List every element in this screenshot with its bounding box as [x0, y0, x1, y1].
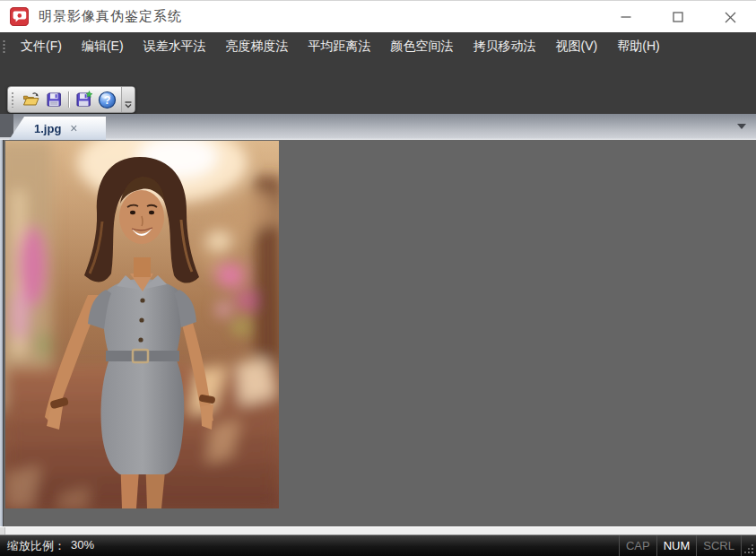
tabstrip-left-corner: [0, 114, 13, 137]
toolbar-grip[interactable]: [11, 91, 17, 108]
keyboard-indicators: CAP NUM SCRL: [619, 535, 756, 556]
save-as-button[interactable]: [72, 88, 95, 111]
tab-label: 1.jpg: [34, 122, 61, 135]
menu-item-file[interactable]: 文件(F): [11, 35, 72, 58]
resize-grip-icon: [743, 543, 754, 554]
window-controls: [600, 1, 756, 33]
photo-illustration: [5, 141, 279, 508]
toolbar-overflow-button[interactable]: [121, 87, 135, 112]
menu-item-ela[interactable]: 误差水平法: [134, 35, 216, 58]
viewport-left-edge: [0, 140, 4, 526]
menu-item-color-space[interactable]: 颜色空间法: [381, 35, 464, 58]
toolbar-separator: [68, 91, 69, 108]
save-button[interactable]: [42, 88, 65, 111]
menubar-grip[interactable]: [3, 39, 5, 54]
zoom-label: 缩放比例：: [7, 538, 65, 554]
zoom-readout: 缩放比例： 30%: [7, 538, 94, 554]
open-file-button[interactable]: [19, 88, 42, 111]
menu-item-luminance-gradient[interactable]: 亮度梯度法: [216, 35, 299, 58]
resize-grip[interactable]: [742, 535, 756, 556]
scroll-lock-indicator: SCRL: [696, 535, 742, 556]
titlebar: 明景影像真伪鉴定系统: [0, 0, 756, 32]
tab-close-icon[interactable]: ×: [70, 122, 77, 135]
zoom-value: 30%: [71, 538, 94, 554]
close-button[interactable]: [704, 1, 756, 33]
save-as-icon: [74, 91, 92, 109]
menu-item-average-distance[interactable]: 平均距离法: [299, 35, 381, 58]
maximize-button[interactable]: [652, 1, 704, 33]
statusbar: 缩放比例： 30% CAP NUM SCRL: [0, 535, 756, 556]
menu-item-edit[interactable]: 编辑(E): [72, 35, 134, 58]
close-icon: [725, 12, 736, 23]
menu-item-view[interactable]: 视图(V): [546, 35, 608, 58]
save-icon: [45, 91, 63, 109]
caps-lock-indicator: CAP: [619, 535, 656, 556]
scrollbar-left-button[interactable]: [0, 527, 5, 534]
svg-text:?: ?: [103, 94, 110, 107]
minimize-icon: [621, 12, 631, 22]
menubar: 文件(F) 编辑(E) 误差水平法 亮度梯度法 平均距离法 颜色空间法 拷贝移动…: [0, 32, 756, 60]
minimize-button[interactable]: [600, 1, 652, 33]
app-logo-icon: [10, 7, 29, 26]
menu-item-copy-move[interactable]: 拷贝移动法: [464, 35, 546, 58]
toolbar-overflow-icon: [125, 101, 132, 109]
folder-open-icon: [22, 91, 39, 109]
menu-and-toolbar-dock: 文件(F) 编辑(E) 误差水平法 亮度梯度法 平均距离法 颜色空间法 拷贝移动…: [0, 32, 756, 114]
window-title: 明景影像真伪鉴定系统: [39, 8, 182, 25]
tab-list-dropdown-icon[interactable]: [737, 124, 746, 129]
maximize-icon: [673, 12, 683, 22]
help-icon: ?: [98, 91, 117, 109]
menu-item-help[interactable]: 帮助(H): [607, 35, 669, 58]
tab-1jpg[interactable]: 1.jpg ×: [9, 117, 106, 140]
horizontal-scrollbar[interactable]: [0, 526, 756, 535]
document-viewport: [0, 140, 756, 526]
help-button[interactable]: ?: [95, 88, 118, 111]
document-tab-strip: 1.jpg ×: [0, 114, 756, 140]
toolbar: ?: [7, 86, 135, 113]
num-lock-indicator: NUM: [656, 535, 697, 556]
document-image[interactable]: [5, 141, 279, 508]
